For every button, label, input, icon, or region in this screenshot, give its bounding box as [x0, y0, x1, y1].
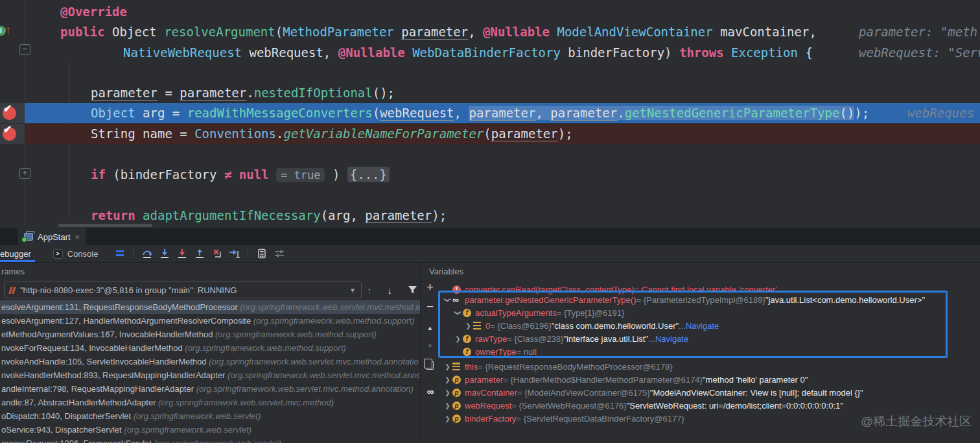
duplicate-watch-button[interactable] [421, 357, 439, 373]
chevron-closed-icon[interactable]: ❯ [443, 363, 452, 370]
force-step-into-button[interactable] [173, 246, 191, 261]
code-line[interactable]: parameter = parameter.nestedIfOptional()… [0, 83, 980, 103]
code-text: NativeWebRequest webRequest, @Nullable W… [0, 43, 813, 63]
editor-horizontal-scrollbar[interactable] [58, 224, 152, 227]
frame-row[interactable]: nvokeAndHandle:105, ServletInvocableHand… [0, 355, 420, 368]
chevron-open-icon[interactable]: ❯ [444, 295, 451, 305]
variable-name: ownerType [475, 347, 517, 357]
code-line[interactable]: public Object resolveArgument(MethodPara… [0, 22, 980, 42]
frame-row[interactable]: andle:87, AbstractHandlerMethodAdapter (… [0, 396, 420, 409]
variable-row[interactable]: ❯frawType = {Class@238} "interface java.… [439, 332, 980, 345]
variable-name: 0 [485, 321, 490, 331]
fold-expand-icon[interactable]: + [19, 168, 30, 179]
next-frame-button[interactable]: ↓ [388, 285, 393, 296]
code-line[interactable]: NativeWebRequest webRequest, @Nullable W… [0, 43, 980, 63]
breakpoint-verified-icon[interactable]: ✔ [3, 106, 16, 120]
settings-button[interactable] [270, 246, 288, 261]
code-token: NativeWebRequest [123, 45, 249, 60]
frame-row[interactable]: etMethodArgumentValues:167, InvocableHan… [0, 328, 420, 341]
drop-frame-button[interactable] [208, 246, 226, 261]
layout-options-button[interactable] [111, 246, 128, 261]
code-token: ModelAndViewContainer [557, 25, 720, 39]
thread-selector[interactable]: "http-nio-8080-exec-3"@5,816 in group "m… [4, 281, 362, 298]
chevron-open-icon[interactable]: ❯ [454, 308, 461, 318]
variable-row[interactable]: ❯∞parameter.getNestedGenericParameterTyp… [439, 293, 980, 306]
hamburger-icon [115, 248, 125, 259]
frame-location: andle:87, AbstractHandlerMethodAdapter [1, 398, 158, 407]
step-into-button[interactable] [156, 246, 173, 261]
toolbar-separator [133, 248, 134, 259]
code-line[interactable]: return adaptArgumentIfNecessary(arg, par… [0, 206, 980, 226]
frame-row[interactable]: esolveArgument:127, HandlerMethodArgumen… [0, 314, 420, 328]
tab-debugger[interactable]: ebugger [0, 245, 39, 262]
variable-row[interactable]: ❯pmavContainer = {ModelAndViewContainer@… [439, 386, 980, 399]
frame-row[interactable]: rocessRequest:1006, FrameworkServlet (or… [0, 437, 420, 443]
frame-location: andleInternal:798, RequestMappingHandler… [1, 384, 196, 394]
frame-location: nvokeForRequest:134, InvocableHandlerMet… [1, 343, 185, 353]
run-to-cursor-button[interactable] [226, 246, 243, 261]
move-watch-down-button[interactable]: ▼ [421, 338, 439, 353]
variable-value: = {Type[1]@6191} [557, 308, 625, 318]
breakpoint-verified-icon[interactable]: ✔ [3, 127, 16, 141]
frames-panel: rames "http-nio-8080-exec-3"@5,816 in gr… [0, 263, 421, 443]
variable-row[interactable]: ❯factualTypeArguments = {Type[1]@6191} [439, 306, 980, 319]
code-line[interactable]: @Override [0, 2, 980, 22]
tab-console[interactable]: > Console [53, 249, 99, 259]
chevron-closed-icon[interactable]: ❯ [453, 335, 463, 342]
frame-row[interactable]: andleInternal:798, RequestMappingHandler… [0, 382, 420, 396]
drop-frame-icon [212, 248, 222, 259]
chevron-closed-icon[interactable]: ❯ [443, 415, 452, 422]
previous-frame-button[interactable]: ↑ [367, 285, 372, 296]
frame-row[interactable]: oService:943, DispatcherServlet (org.spr… [0, 423, 420, 437]
move-watch-up-button[interactable]: ▲ [421, 320, 439, 335]
code-token: ( [484, 126, 491, 141]
watch-icon: ∞ [452, 294, 465, 305]
variable-value: = {Class@238} [507, 334, 563, 344]
code-token: throws [679, 45, 731, 60]
remove-watch-button[interactable]: − [421, 299, 439, 315]
code-token: getVariableNameForParameter [283, 126, 484, 141]
code-editor[interactable]: @Overridepublic Object resolveArgument(M… [0, 0, 980, 228]
navigate-link[interactable]: Navigate [655, 334, 688, 344]
close-icon[interactable]: × [75, 232, 80, 242]
fold-collapse-icon[interactable]: − [19, 44, 30, 55]
code-line[interactable]: String name = Conventions.getVariableNam… [0, 124, 980, 144]
code-line[interactable]: Object arg = readWithMessageConverters(w… [0, 103, 980, 123]
thread-label: "http-nio-8080-exec-3"@5,816 in group "m… [20, 285, 237, 295]
variable-row[interactable]: ❯0 = {Class@6196} "class com.demo.hellow… [439, 319, 980, 332]
code-token: ( [275, 25, 283, 39]
frame-row[interactable]: oDispatch:1040, DispatcherServlet (org.s… [0, 409, 420, 423]
frame-row[interactable]: esolveArgument:131, RequestResponseBodyM… [0, 300, 420, 314]
variable-value: ... [679, 321, 686, 331]
variable-value: "interface java.util.List" [563, 334, 648, 344]
code-token: arg [143, 106, 172, 120]
show-watches-button[interactable]: ∞ [421, 383, 439, 399]
frame-location: etMethodArgumentValues:167, InvocableHan… [1, 329, 215, 339]
add-watch-button[interactable]: + [421, 280, 439, 295]
variable-row[interactable]: fownerType = null [439, 345, 980, 358]
tab-appstart[interactable]: AppStart × [18, 228, 86, 245]
navigate-link[interactable]: Navigate [686, 321, 719, 331]
chevron-closed-icon[interactable]: ❯ [443, 402, 452, 409]
variable-row[interactable]: ❯pparameter = {HandlerMethod$HandlerMeth… [439, 373, 980, 386]
code-line[interactable]: if (binderFactory ≠ null = true ) {...} [0, 165, 980, 185]
run-to-cursor-icon [229, 248, 240, 259]
frame-row[interactable]: nvokeHandlerMethod:893, RequestMappingHa… [0, 368, 420, 382]
chevron-closed-icon[interactable]: ❯ [443, 376, 452, 383]
frame-row[interactable]: nvokeForRequest:134, InvocableHandlerMet… [0, 341, 420, 355]
field-icon: f [463, 348, 475, 356]
step-out-button[interactable] [191, 246, 208, 261]
step-over-button[interactable] [138, 246, 156, 261]
chevron-closed-icon[interactable]: ❯ [443, 389, 452, 396]
filter-icon[interactable] [408, 285, 417, 294]
force-step-into-icon [177, 248, 187, 259]
override-method-icon[interactable]: I↑ [0, 25, 9, 38]
variable-row[interactable]: ❯this = {RequestResponseBodyMethodProces… [439, 360, 980, 373]
evaluate-expression-button[interactable] [253, 246, 270, 261]
debugger-content: rames "http-nio-8080-exec-3"@5,816 in gr… [0, 263, 980, 443]
code-token: . [276, 126, 283, 141]
chevron-closed-icon[interactable]: ❯ [463, 322, 473, 329]
variable-row[interactable]: ❯pwebRequest = {ServletWebRequest@6176} … [439, 399, 980, 412]
code-token: parameter [550, 106, 617, 120]
toolbar-separator [248, 248, 248, 259]
